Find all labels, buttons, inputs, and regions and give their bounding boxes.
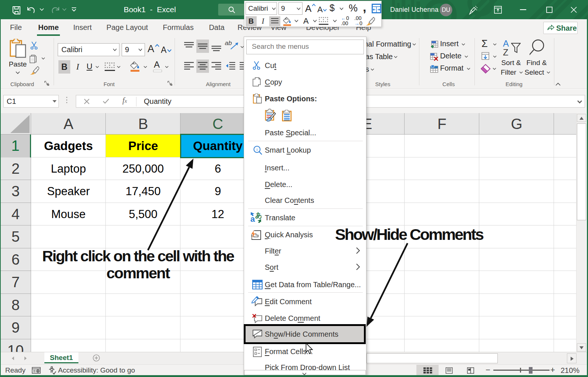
- svg-text:a: a: [250, 214, 255, 223]
- svg-text:i: i: [256, 147, 257, 152]
- svg-text:あ: あ: [255, 212, 261, 219]
